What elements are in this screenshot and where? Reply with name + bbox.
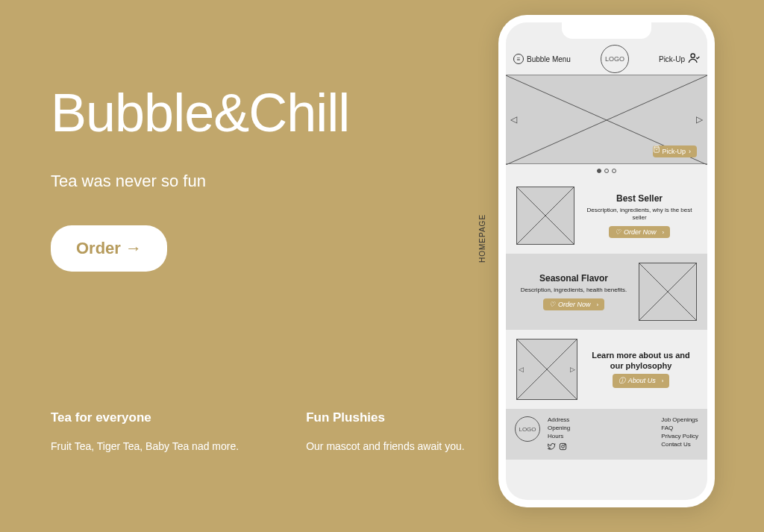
carousel-dot[interactable] [604, 169, 609, 173]
chevron-right-icon: › [662, 229, 664, 236]
about-us-button[interactable]: ⓘ About Us › [613, 374, 670, 388]
twitter-icon[interactable] [548, 442, 556, 452]
phone-notch [562, 22, 651, 39]
pickup-link[interactable]: Pick-Up [659, 55, 685, 63]
svg-point-0 [691, 54, 695, 57]
card-desc: Description, ingredients, health benefit… [516, 287, 631, 294]
footer-link[interactable]: Opening [548, 425, 654, 431]
feature-desc: Our mascot and friends await you. [306, 440, 464, 452]
card-title: Seasonal Flavor [516, 273, 631, 284]
footer-link[interactable]: Contact Us [661, 441, 698, 448]
section-label: HOMEPAGE [478, 214, 486, 263]
feature-desc: Fruit Tea, Tiger Tea, Baby Tea nad more. [51, 440, 239, 452]
order-now-label: Order Now [558, 301, 591, 308]
about-us-label: About Us [628, 377, 656, 384]
svg-point-10 [562, 445, 565, 448]
order-now-label: Order Now [624, 228, 657, 236]
footer-link[interactable]: Hours [548, 433, 654, 439]
footer-logo[interactable]: LOGO [515, 416, 540, 442]
image-placeholder [516, 187, 574, 245]
heart-icon: ♡ [615, 228, 621, 236]
logo[interactable]: LOGO [601, 45, 629, 73]
chevron-right-icon: › [662, 378, 664, 384]
image-placeholder: ◁ ▷ [516, 339, 577, 400]
instagram-icon[interactable] [559, 442, 567, 452]
heart-icon: ♡ [549, 301, 555, 308]
card-title: Best Seller [582, 193, 697, 204]
feature-title: Fun Plushies [306, 410, 464, 425]
phone-screen: ≡ Bubble Menu LOGO Pick-Up ◁ ▷ Pick-Up › [506, 22, 707, 500]
pickup-button[interactable]: Pick-Up › [653, 145, 697, 157]
card-desc: Description, ingredients, why is the bes… [582, 207, 697, 222]
bubble-menu-link[interactable]: Bubble Menu [527, 55, 571, 63]
hamburger-icon[interactable]: ≡ [513, 54, 524, 64]
hero-subtitle: Tea was never so fun [51, 172, 349, 191]
phone-footer: LOGO Address Opening Hours Job Openings … [506, 409, 707, 460]
gallery-prev-icon[interactable]: ◁ [519, 366, 524, 373]
carousel-dot[interactable] [597, 169, 601, 173]
order-button-label: Order → [76, 239, 142, 258]
gallery-next-icon[interactable]: ▷ [570, 366, 575, 373]
svg-point-11 [565, 445, 566, 445]
user-icon[interactable] [688, 52, 700, 66]
image-placeholder [639, 263, 697, 321]
about-card: ◁ ▷ Learn more about us and our phylosop… [506, 330, 707, 409]
footer-link[interactable]: Privacy Policy [661, 433, 698, 439]
phone-mockup: ≡ Bubble Menu LOGO Pick-Up ◁ ▷ Pick-Up › [498, 15, 715, 507]
footer-link[interactable]: Job Openings [661, 416, 698, 423]
chevron-right-icon: › [689, 148, 691, 155]
feature-title: Tea for everyone [51, 410, 239, 425]
pickup-pill-label: Pick-Up [662, 148, 686, 155]
phone-header: ≡ Bubble Menu LOGO Pick-Up [506, 43, 707, 75]
carousel-dots [506, 164, 707, 178]
seasonal-card: Seasonal Flavor Description, ingredients… [506, 254, 707, 330]
hero-title: Bubble&Chill [51, 82, 349, 143]
feature-tea: Tea for everyone Fruit Tea, Tiger Tea, B… [51, 410, 239, 452]
carousel-dot[interactable] [612, 169, 616, 173]
card-title: Learn more about us and our phylosophy [585, 351, 697, 370]
order-now-button[interactable]: ♡ Order Now › [609, 226, 670, 238]
order-now-button[interactable]: ♡ Order Now › [543, 298, 604, 310]
carousel-prev-icon[interactable]: ◁ [510, 114, 517, 125]
chevron-right-icon: › [596, 301, 598, 308]
info-icon: ⓘ [619, 376, 625, 386]
footer-link[interactable]: FAQ [661, 425, 698, 431]
best-seller-card: Best Seller Description, ingredients, wh… [506, 178, 707, 254]
footer-link[interactable]: Address [548, 416, 654, 423]
order-button[interactable]: Order → [51, 225, 167, 272]
hero-carousel: ◁ ▷ Pick-Up › [506, 75, 707, 164]
carousel-next-icon[interactable]: ▷ [696, 114, 703, 125]
feature-plushies: Fun Plushies Our mascot and friends awai… [306, 410, 464, 452]
